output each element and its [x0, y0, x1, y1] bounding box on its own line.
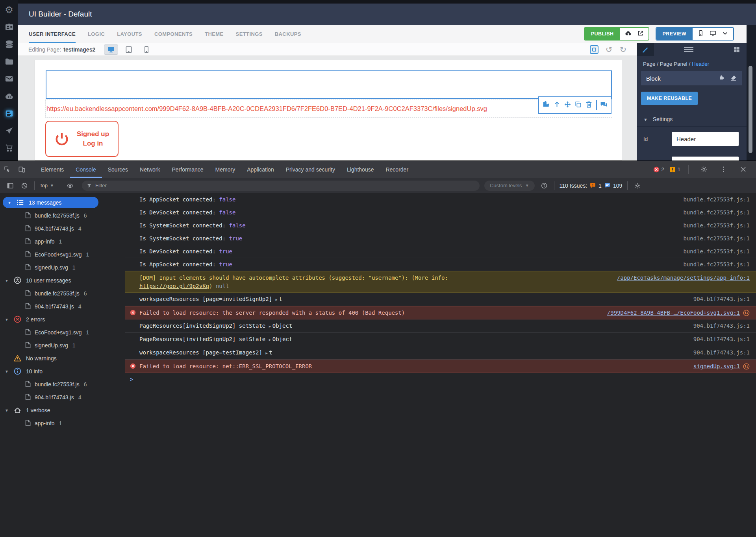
page-sheet[interactable]: https://eu.backendlessappcontent.com/999…: [35, 60, 622, 161]
settings-section-header[interactable]: ▼ Settings: [637, 112, 747, 127]
redo-icon[interactable]: ↻: [619, 45, 626, 54]
disclosure-caret-icon[interactable]: ▾: [0, 317, 13, 322]
expand-arrow-icon[interactable]: ▸: [276, 297, 279, 302]
source-location-link[interactable]: /app/EcoTasks/manage/settings/app-info:1: [617, 274, 750, 282]
message-link[interactable]: https://goo.gl/9p2vKq: [139, 283, 209, 289]
devtools-tab-lighthouse[interactable]: Lighthouse: [341, 161, 380, 178]
rail-ui-builder-icon[interactable]: [4, 109, 14, 118]
rail-users-icon[interactable]: [4, 22, 14, 32]
undo-icon[interactable]: ↺: [606, 45, 613, 54]
console-group-13-messages[interactable]: ▾13 messages: [0, 196, 125, 209]
rail-cloud-code-icon[interactable]: [4, 91, 14, 101]
network-request-icon[interactable]: [743, 310, 750, 316]
image-url-element[interactable]: https://eu.backendlessappcontent.com/999…: [45, 100, 612, 118]
console-file-item[interactable]: bundle.fc27553f.js6: [0, 287, 125, 300]
source-location-link[interactable]: signedUp.svg:1: [693, 362, 750, 371]
builder-tab-user-interface[interactable]: USER INTERFACE: [29, 25, 76, 43]
console-group-2-errors[interactable]: ▾2 errors: [0, 313, 125, 326]
move-up-icon[interactable]: [553, 101, 561, 110]
console-group-1-verbose[interactable]: ▾1 verbose: [0, 404, 125, 417]
issues-counter[interactable]: 110 Issues: 1 109: [557, 183, 625, 189]
panel-grid-icon[interactable]: [733, 46, 740, 55]
console-sidebar-toggle-icon[interactable]: [3, 182, 17, 189]
source-location-link[interactable]: bundle.fc27553f.js:1: [683, 209, 750, 217]
desktop-view-button[interactable]: [104, 44, 118, 55]
context-selector[interactable]: top ▼: [37, 183, 57, 188]
source-location-link[interactable]: bundle.fc27553f.js:1: [683, 247, 750, 256]
console-file-item[interactable]: app-info1: [0, 235, 125, 248]
breadcrumb-page[interactable]: Page: [643, 61, 656, 67]
log-levels-dropdown[interactable]: Custom levels ▼: [484, 181, 535, 191]
devtools-tab-elements[interactable]: Elements: [35, 161, 70, 178]
devtools-tab-privacy-and-security[interactable]: Privacy and security: [280, 161, 341, 178]
breadcrumb-current[interactable]: Header: [692, 61, 709, 67]
console-file-item[interactable]: 904.b1f74743.js4: [0, 300, 125, 313]
source-location-link[interactable]: bundle.fc27553f.js:1: [683, 260, 750, 269]
expand-arrow-icon[interactable]: ▸: [269, 324, 272, 329]
console-file-item[interactable]: bundle.fc27553f.js6: [0, 209, 125, 222]
expand-arrow-icon[interactable]: ▸: [269, 337, 272, 342]
chevron-down-icon[interactable]: [722, 30, 728, 38]
console-group-10-info[interactable]: ▾10 info: [0, 365, 125, 378]
console-error-badge[interactable]: 2: [653, 166, 664, 173]
auth-buttons-component[interactable]: Signed up Log in: [45, 121, 119, 157]
network-request-icon[interactable]: [743, 363, 750, 370]
builder-tab-settings[interactable]: SETTINGS: [236, 25, 263, 43]
rail-settings-icon[interactable]: ⚙: [4, 5, 14, 15]
publish-button[interactable]: PUBLISH: [584, 27, 649, 41]
console-filter-input[interactable]: Filter: [82, 181, 480, 191]
prompt-chevron-icon[interactable]: >: [130, 375, 139, 382]
tablet-view-button[interactable]: [122, 44, 136, 55]
devtools-close-icon[interactable]: [736, 166, 750, 173]
cloud-upload-icon[interactable]: [625, 30, 632, 38]
selected-header-block[interactable]: [46, 70, 612, 99]
devtools-settings-icon[interactable]: [697, 166, 711, 173]
scrollbar-thumb[interactable]: [749, 66, 752, 153]
builder-tab-layouts[interactable]: LAYOUTS: [117, 25, 142, 43]
console-group-no-warnings[interactable]: No warnings: [0, 352, 125, 365]
rail-files-icon[interactable]: [4, 57, 14, 66]
phone-view-button[interactable]: [139, 44, 154, 55]
comments-icon[interactable]: [600, 101, 608, 110]
devtools-tab-application[interactable]: Application: [241, 161, 280, 178]
console-file-item[interactable]: signedUp.svg1: [0, 339, 125, 352]
rail-publishing-icon[interactable]: [4, 126, 14, 136]
breadcrumb-page-panel[interactable]: Page Panel: [660, 61, 687, 67]
devtools-tab-recorder[interactable]: Recorder: [380, 161, 414, 178]
move-icon[interactable]: [564, 101, 571, 110]
console-file-item[interactable]: 904.b1f74743.js4: [0, 222, 125, 235]
make-reusable-button[interactable]: MAKE REUSABLE: [641, 92, 698, 105]
theme-brush-icon[interactable]: [637, 43, 654, 56]
eye-icon[interactable]: [63, 182, 77, 189]
delete-icon[interactable]: [585, 101, 593, 110]
disclosure-caret-icon[interactable]: ▾: [3, 200, 16, 205]
console-file-item[interactable]: signedUp.svg1: [0, 261, 125, 274]
console-file-item[interactable]: 904.b1f74743.js4: [0, 391, 125, 404]
rail-messaging-icon[interactable]: [4, 74, 14, 84]
disclosure-caret-icon[interactable]: ▾: [0, 369, 13, 374]
desktop-preview-icon[interactable]: [710, 30, 716, 38]
console-warning-badge[interactable]: 1: [669, 166, 680, 173]
inspect-element-icon[interactable]: [0, 166, 15, 173]
devtools-tab-sources[interactable]: Sources: [102, 161, 134, 178]
source-location-link[interactable]: 904.b1f74743.js:1: [693, 335, 750, 343]
console-file-item[interactable]: EcoFood+svg1.svg1: [0, 248, 125, 261]
console-file-item[interactable]: EcoFood+svg1.svg1: [0, 326, 125, 339]
info-circle-icon[interactable]: [537, 182, 551, 189]
phone-preview-icon[interactable]: [697, 30, 704, 38]
source-location-link[interactable]: bundle.fc27553f.js:1: [683, 196, 750, 204]
console-settings-icon[interactable]: [630, 182, 645, 189]
console-group-10-user-messages[interactable]: ▾10 user messages: [0, 274, 125, 287]
source-location-link[interactable]: bundle.fc27553f.js:1: [683, 234, 750, 243]
builder-tab-logic[interactable]: LOGIC: [88, 25, 105, 43]
id-input[interactable]: [672, 132, 739, 146]
eraser-icon[interactable]: [730, 75, 737, 82]
devtools-tab-console[interactable]: Console: [70, 161, 102, 178]
duplicate-icon[interactable]: [574, 101, 582, 110]
devtools-tab-performance[interactable]: Performance: [166, 161, 209, 178]
source-location-link[interactable]: bundle.fc27553f.js:1: [683, 221, 750, 230]
selection-mode-button[interactable]: [590, 45, 598, 54]
publish-label[interactable]: PUBLISH: [585, 28, 620, 40]
plugin-icon[interactable]: [542, 101, 550, 110]
expand-arrow-icon[interactable]: ▸: [265, 351, 269, 356]
